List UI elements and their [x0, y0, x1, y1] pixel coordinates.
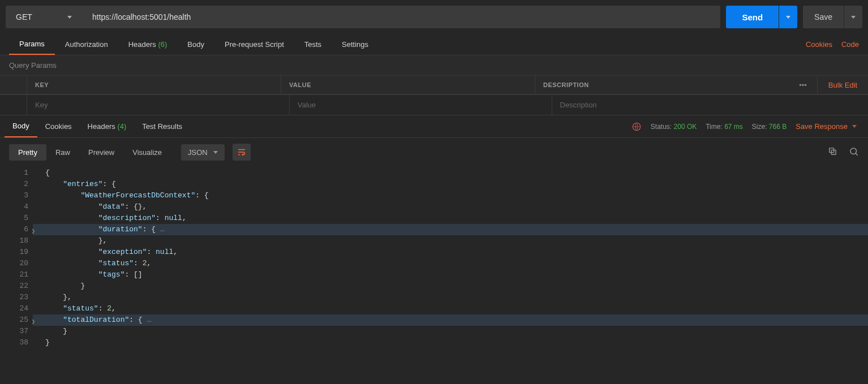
url-input-wrapper [82, 6, 720, 28]
code-line: } [33, 337, 868, 348]
chevron-down-icon [851, 16, 856, 19]
query-params-input-row [0, 94, 868, 115]
code-line: "status": 2, [33, 258, 868, 269]
value-input[interactable] [298, 101, 544, 109]
svg-line-4 [856, 153, 858, 156]
code-line: }, [33, 235, 868, 247]
tab-tests[interactable]: Tests [294, 34, 332, 54]
chevron-down-icon [67, 16, 72, 19]
checkbox-col [0, 95, 27, 115]
network-icon [631, 122, 642, 132]
http-method-select[interactable]: GET [6, 6, 82, 28]
view-bar: Pretty Raw Preview Visualize JSON [0, 138, 868, 166]
tab-authorization[interactable]: Authorization [55, 34, 118, 54]
more-actions-icon[interactable]: ••• [789, 76, 817, 94]
tab-headers-label: Headers [128, 40, 156, 49]
query-params-header-row: KEY VALUE DESCRIPTION ••• Bulk Edit [0, 75, 868, 94]
copy-icon[interactable] [828, 146, 837, 158]
save-response-label: Save Response [796, 122, 848, 131]
tab-params[interactable]: Params [9, 34, 55, 55]
code-line: "description": null, [33, 213, 868, 224]
svg-point-3 [850, 148, 857, 154]
value-header: VALUE [281, 76, 535, 94]
tab-headers-count: (6) [158, 40, 167, 49]
chevron-down-icon [786, 16, 790, 19]
query-params-title: Query Params [0, 55, 868, 75]
request-bar: GET Send Save [0, 0, 868, 34]
view-mode-raw[interactable]: Raw [46, 144, 79, 161]
save-button[interactable]: Save [803, 6, 844, 28]
tab-settings[interactable]: Settings [332, 34, 379, 54]
chevron-down-icon [852, 125, 857, 128]
view-mode-visualize[interactable]: Visualize [123, 144, 171, 161]
send-button[interactable]: Send [726, 6, 779, 28]
line-gutter: 123456❯1819202122232425❯3738 [0, 167, 33, 348]
size-value: 766 B [769, 123, 787, 131]
response-tab-headers-label: Headers [88, 122, 115, 131]
code-line: "tags": [] [33, 269, 868, 281]
response-tabs: Body Cookies Headers (4) Test Results St… [0, 115, 868, 138]
key-header: KEY [27, 76, 281, 94]
key-input[interactable] [35, 101, 281, 109]
response-tab-cookies[interactable]: Cookies [37, 116, 80, 137]
chevron-down-icon [213, 151, 218, 154]
code-link[interactable]: Code [841, 40, 859, 49]
code-line: "status": 2, [33, 303, 868, 314]
cookies-link[interactable]: Cookies [806, 40, 832, 49]
code-line: "duration": { … [33, 224, 868, 235]
request-url-input[interactable] [82, 6, 720, 28]
format-select[interactable]: JSON [181, 144, 225, 161]
response-body-code: 123456❯1819202122232425❯3738 { "entries"… [0, 166, 868, 348]
view-mode-pretty[interactable]: Pretty [9, 144, 46, 161]
status-value: 200 OK [674, 123, 697, 131]
code-line: }, [33, 292, 868, 303]
description-header: DESCRIPTION [535, 76, 789, 94]
send-dropdown[interactable] [779, 6, 797, 28]
code-line: "entries": { [33, 179, 868, 190]
bulk-edit-link[interactable]: Bulk Edit [817, 76, 868, 94]
tab-body[interactable]: Body [177, 34, 214, 54]
expand-icon[interactable]: ❯ [31, 316, 35, 327]
response-tab-body[interactable]: Body [5, 115, 37, 137]
request-tabs: Params Authorization Headers (6) Body Pr… [0, 34, 868, 55]
size-label: Size: [752, 123, 767, 131]
checkbox-col [0, 76, 27, 94]
description-input[interactable] [560, 101, 860, 109]
response-tab-headers-count: (4) [117, 122, 126, 131]
response-meta: Status: 200 OK Time: 67 ms Size: 766 B S… [631, 122, 863, 132]
time-label: Time: [706, 123, 723, 131]
code-line: "exception": null, [33, 247, 868, 258]
code-line: } [33, 281, 868, 292]
code-line: } [33, 326, 868, 337]
code-body[interactable]: { "entries": { "WeatherForecastDbContext… [33, 167, 868, 348]
format-label: JSON [188, 148, 208, 157]
tab-prerequest[interactable]: Pre-request Script [214, 34, 294, 54]
save-dropdown[interactable] [844, 6, 862, 28]
response-tab-headers[interactable]: Headers (4) [80, 116, 135, 137]
code-line: "data": {}, [33, 201, 868, 213]
search-icon[interactable] [849, 146, 859, 158]
expand-icon[interactable]: ❯ [31, 226, 35, 237]
code-line: "totalDuration": { … [33, 314, 868, 326]
time-value: 67 ms [724, 123, 743, 131]
view-mode-preview[interactable]: Preview [79, 144, 123, 161]
response-tab-test-results[interactable]: Test Results [134, 116, 190, 137]
wrap-toggle-button[interactable] [233, 144, 251, 161]
status-label: Status: [651, 123, 672, 131]
code-line: "WeatherForecastDbContext": { [33, 190, 868, 201]
code-line: { [33, 167, 868, 179]
tab-headers[interactable]: Headers (6) [118, 34, 178, 54]
http-method-label: GET [16, 12, 32, 21]
save-response-button[interactable]: Save Response [796, 122, 857, 131]
